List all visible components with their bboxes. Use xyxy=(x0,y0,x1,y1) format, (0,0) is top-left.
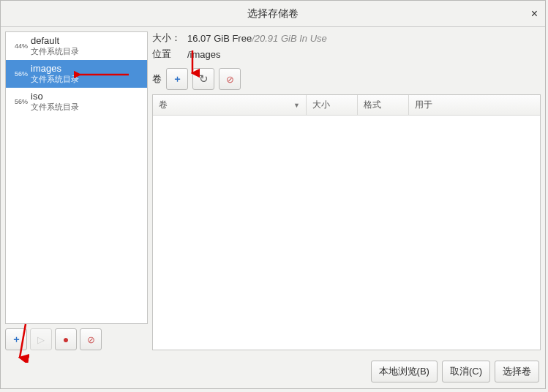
dialog-title: 选择存储卷 xyxy=(247,7,299,20)
pool-usage-pct: 56% xyxy=(10,70,28,78)
storage-volume-dialog: 选择存储卷 × 44% default 文件系统目录 56% images 文件… xyxy=(0,0,546,389)
pool-usage-pct: 44% xyxy=(10,42,28,50)
pool-type: 文件系统目录 xyxy=(31,102,79,113)
delete-volume-button[interactable]: ⊘ xyxy=(219,68,241,90)
location-row: 位置 /images xyxy=(152,48,541,61)
pool-usage-pct: 56% xyxy=(10,98,28,105)
play-icon: ▷ xyxy=(37,334,45,345)
dialog-footer: 本地浏览(B) 取消(C) 选择卷 xyxy=(1,355,545,388)
volume-table-header: 卷 ▼ 大小 格式 用于 xyxy=(153,95,540,116)
choose-volume-button[interactable]: 选择卷 xyxy=(495,361,539,382)
size-label: 大小： xyxy=(152,31,187,45)
titlebar: 选择存储卷 × xyxy=(1,1,545,27)
stop-icon: ⊘ xyxy=(87,334,95,345)
pool-name: iso xyxy=(31,91,79,102)
add-volume-button[interactable]: ＋ xyxy=(166,68,188,90)
pool-item-images[interactable]: 56% images 文件系统目录 xyxy=(6,60,147,88)
add-pool-button[interactable]: ＋ xyxy=(5,328,27,350)
volume-table[interactable]: 卷 ▼ 大小 格式 用于 xyxy=(152,94,541,350)
pool-item-default[interactable]: 44% default 文件系统目录 xyxy=(6,32,147,60)
volume-label: 卷 xyxy=(152,72,162,86)
start-pool-button: ▷ xyxy=(30,328,52,350)
size-row: 大小： 16.07 GiB Free / 20.91 GiB In Use xyxy=(152,31,541,45)
volume-table-body xyxy=(153,116,540,350)
col-used[interactable]: 用于 xyxy=(409,95,540,115)
pool-toolbar: ＋ ▷ ● ⊘ xyxy=(5,328,148,350)
pool-type: 文件系统目录 xyxy=(31,74,79,85)
stop-pool-button[interactable]: ● xyxy=(55,328,77,350)
browse-local-button[interactable]: 本地浏览(B) xyxy=(371,361,438,382)
cancel-button[interactable]: 取消(C) xyxy=(442,361,490,382)
refresh-icon: ↻ xyxy=(199,72,209,86)
main-panel: 大小： 16.07 GiB Free / 20.91 GiB In Use 位置… xyxy=(152,31,541,350)
stop-icon: ⊘ xyxy=(226,74,234,85)
plus-icon: ＋ xyxy=(12,333,21,346)
delete-pool-button[interactable]: ⊘ xyxy=(80,328,102,350)
col-name[interactable]: 卷 ▼ xyxy=(153,95,307,115)
sidebar: 44% default 文件系统目录 56% images 文件系统目录 56% xyxy=(5,31,148,350)
col-format[interactable]: 格式 xyxy=(358,95,409,115)
pool-list[interactable]: 44% default 文件系统目录 56% images 文件系统目录 56% xyxy=(5,31,148,324)
pool-name: default xyxy=(31,35,79,46)
pool-type: 文件系统目录 xyxy=(31,46,79,57)
refresh-volumes-button[interactable]: ↻ xyxy=(192,68,214,90)
location-label: 位置 xyxy=(152,48,187,61)
pool-name: images xyxy=(31,63,79,74)
col-size[interactable]: 大小 xyxy=(307,95,358,115)
volume-toolbar-row: 卷 ＋ ↻ ⊘ xyxy=(152,68,541,90)
location-value: /images xyxy=(187,49,221,60)
dialog-body: 44% default 文件系统目录 56% images 文件系统目录 56% xyxy=(1,27,545,355)
close-icon[interactable]: × xyxy=(531,7,538,20)
pool-item-iso[interactable]: 56% iso 文件系统目录 xyxy=(6,88,147,116)
size-inuse: 20.91 GiB In Use xyxy=(255,33,327,44)
size-free: 16.07 GiB Free xyxy=(187,33,252,44)
sort-icon: ▼ xyxy=(293,102,300,109)
record-icon: ● xyxy=(63,333,69,345)
plus-icon: ＋ xyxy=(173,72,182,86)
